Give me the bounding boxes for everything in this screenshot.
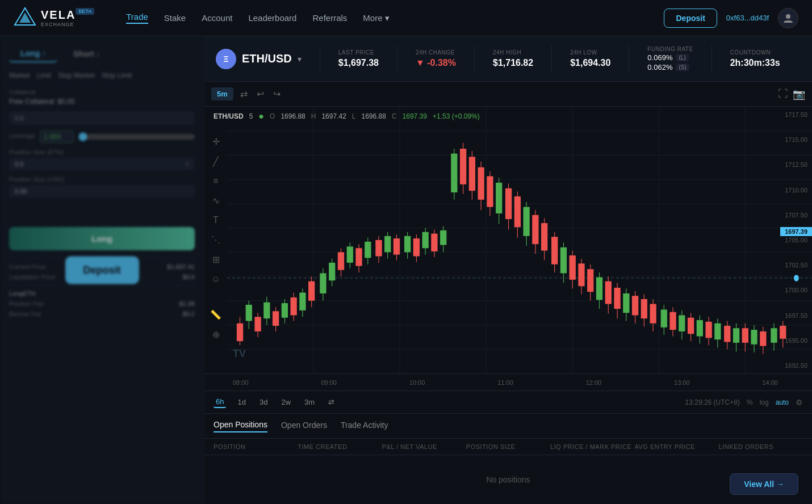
short-tab[interactable]: Short ↓ [62, 45, 111, 62]
positions-header: POSITION TIME CREATED P&L / NET VALUE PO… [204, 439, 812, 455]
emoji-tool[interactable]: ☺ [208, 272, 224, 287]
svg-rect-108 [632, 296, 638, 315]
leverage-slider[interactable] [78, 132, 195, 141]
logo[interactable]: VELA EXCHANGE BETA [14, 7, 99, 30]
chart-settings-icon[interactable]: ⚙ [796, 398, 803, 407]
pos-size-eth-input[interactable]: 0.0+ [9, 158, 195, 170]
deposit-button[interactable]: Deposit [664, 9, 717, 28]
ohlc-info: ETH/USD 5 ● O1696.88 H1697.42 L1696.88 C… [214, 111, 480, 121]
zoom-tool[interactable]: ⊕ [208, 327, 224, 342]
text-tool[interactable]: T [208, 213, 224, 228]
crosshair-tool[interactable]: ✛ [208, 134, 224, 149]
trade-activity-tab[interactable]: Trade Activity [341, 421, 388, 432]
countdown-stat: COUNTDOWN 2h:30m:33s [730, 49, 780, 68]
long-submit-button[interactable]: Long [9, 227, 195, 250]
svg-rect-54 [384, 236, 391, 252]
user-avatar[interactable] [778, 8, 798, 28]
sidebar: Long ↑ Short ↓ Market Limit Stop Market … [0, 36, 204, 504]
svg-rect-106 [623, 293, 629, 313]
tf-1d[interactable]: 1d [235, 397, 248, 408]
screenshot-icon[interactable]: 📷 [793, 88, 805, 100]
svg-rect-38 [308, 282, 315, 301]
svg-rect-56 [394, 238, 400, 254]
timeframe-5m-button[interactable]: 5m [211, 87, 233, 100]
long-tab[interactable]: Long ↑ [9, 45, 57, 62]
tf-3m[interactable]: 3m [302, 397, 317, 408]
chart-canvas: ETH/USD 5 ● O1696.88 H1697.42 L1696.88 C… [204, 107, 812, 373]
sidebar-deposit-overlay[interactable]: Deposit [65, 257, 139, 284]
funding-rate-stat: FUNDING RATE 0.069% (L) 0.062% (S) [647, 46, 693, 72]
stop-limit-order[interactable]: Stop Limit [102, 72, 132, 79]
redo-icon[interactable]: ↪ [271, 86, 283, 102]
ticker-divider-1 [320, 45, 320, 73]
chevron-down-icon: ▾ [385, 13, 390, 23]
tf-3d[interactable]: 3d [257, 397, 270, 408]
col-linked-orders: LINKED ORDERS [719, 443, 803, 450]
scale-log[interactable]: log [760, 398, 769, 406]
wallet-address[interactable]: 0xf63...dd43f [726, 14, 769, 22]
nav-leaderboard[interactable]: Leaderboard [248, 13, 296, 23]
nav-stake[interactable]: Stake [164, 13, 186, 23]
brush-tool[interactable]: ∿ [208, 193, 224, 208]
svg-rect-28 [263, 303, 270, 318]
svg-rect-74 [478, 167, 484, 200]
svg-point-2 [786, 14, 790, 19]
svg-rect-134 [751, 330, 757, 345]
col-time-created: TIME CREATED [298, 443, 382, 450]
svg-rect-72 [469, 157, 475, 191]
tf-2w[interactable]: 2w [279, 397, 293, 408]
undo-icon[interactable]: ↩ [254, 86, 266, 102]
stop-market-order[interactable]: Stop Market [58, 72, 95, 79]
nav-trade[interactable]: Trade [126, 12, 148, 24]
fullscreen-icon[interactable]: ⛶ [778, 88, 788, 100]
svg-rect-120 [688, 318, 694, 334]
fibonacci-tool[interactable]: ⋱ [208, 232, 224, 247]
ticker-bar: Ξ ETH/USD ▾ LAST PRICE $1,697.38 24H CHA… [204, 36, 812, 82]
pair-selector[interactable]: Ξ ETH/USD ▾ [216, 49, 302, 69]
limit-order[interactable]: Limit [37, 72, 51, 79]
svg-rect-84 [523, 207, 529, 236]
market-order[interactable]: Market [9, 72, 30, 79]
svg-rect-88 [541, 223, 547, 250]
pos-size-usd-input[interactable]: 0.00 [9, 185, 195, 198]
tf-6h[interactable]: 6h [214, 396, 226, 408]
high-stat: 24H HIGH $1,716.82 [493, 49, 533, 68]
scale-auto[interactable]: auto [776, 398, 789, 406]
nav-account[interactable]: Account [202, 13, 232, 23]
leverage-input[interactable] [40, 131, 74, 143]
ruler-tool[interactable]: 📏 [208, 307, 224, 322]
view-all-button[interactable]: View All → [730, 473, 798, 495]
scale-percent[interactable]: % [747, 398, 753, 406]
current-price-label: 1697.39 [780, 227, 812, 236]
hline-tool[interactable]: ≡ [208, 174, 224, 188]
svg-rect-96 [578, 263, 584, 286]
svg-rect-42 [329, 263, 335, 280]
nav-referrals[interactable]: Referrals [312, 13, 347, 23]
svg-rect-58 [404, 236, 411, 252]
svg-rect-126 [714, 324, 721, 339]
open-orders-tab[interactable]: Open Orders [281, 421, 327, 432]
chart-bottom-right: 13:29:26 (UTC+8) % log auto ⚙ [685, 398, 803, 407]
svg-rect-124 [705, 322, 711, 338]
svg-rect-132 [742, 328, 748, 343]
compare-icon[interactable]: ⇄ [238, 86, 250, 102]
comparison-icon[interactable]: ⇄ [326, 397, 337, 408]
svg-rect-32 [282, 303, 288, 318]
svg-rect-60 [413, 238, 420, 256]
svg-rect-50 [365, 242, 371, 258]
line-tool[interactable]: ╱ [208, 154, 224, 169]
svg-rect-112 [650, 304, 656, 324]
low-stat: 24H LOW $1,694.30 [570, 49, 610, 68]
y-axis: 1717.50 1715.00 1712.50 1710.00 1707.50 … [782, 107, 810, 373]
svg-rect-70 [460, 149, 466, 184]
col-pnl: P&L / NET VALUE [382, 443, 466, 450]
collateral-input[interactable]: 0.0 [9, 111, 195, 125]
svg-rect-26 [254, 317, 261, 331]
col-liq-mark-price: LIQ PRICE / MARK PRICE [550, 443, 634, 450]
nav-more[interactable]: More ▾ [363, 13, 389, 23]
leverage-row: Leverage [9, 131, 195, 143]
open-positions-tab[interactable]: Open Positions [214, 420, 267, 432]
pattern-tool[interactable]: ⊞ [208, 252, 224, 267]
svg-rect-102 [605, 282, 612, 304]
vela-logo-icon [14, 7, 36, 30]
